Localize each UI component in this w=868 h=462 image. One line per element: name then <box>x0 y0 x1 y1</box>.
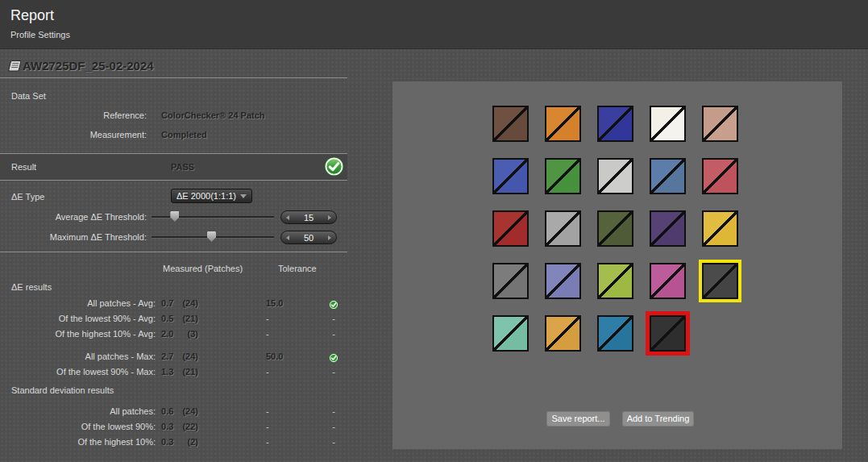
data-set-section-label: Data Set <box>11 91 46 101</box>
page-subtitle: Profile Settings <box>10 30 70 40</box>
color-patch[interactable] <box>597 158 633 194</box>
app-window: { "header": { "title": "Report", "subtit… <box>0 0 868 462</box>
pass-check-icon <box>326 298 341 313</box>
pass-check-icon <box>324 156 344 180</box>
row-status: - <box>326 367 341 377</box>
row-patch-count: (3) <box>176 329 198 339</box>
row-status: - <box>326 406 341 416</box>
slider-thumb[interactable] <box>207 231 216 242</box>
color-patch[interactable] <box>492 106 529 142</box>
color-patch[interactable] <box>597 263 633 299</box>
measurement-value: Completed <box>161 130 207 139</box>
table-section-label: Standard deviation results <box>11 385 114 395</box>
de-type-selected: ΔE 2000(1:1:1) <box>177 191 236 201</box>
pass-check-icon <box>326 352 341 366</box>
page-title: Report <box>10 7 54 24</box>
report-icon <box>6 60 21 76</box>
separator <box>0 252 347 252</box>
row-measured-value: 1.3 <box>161 367 173 377</box>
color-patch[interactable] <box>492 210 529 247</box>
color-patch[interactable] <box>492 263 529 299</box>
color-patch[interactable] <box>650 315 686 352</box>
row-tolerance: - <box>266 329 269 339</box>
color-patch[interactable] <box>650 158 686 194</box>
row-label: Of the highest 10%: <box>0 437 156 447</box>
color-patch[interactable] <box>597 210 633 247</box>
spin-left-icon[interactable] <box>286 215 289 220</box>
row-patch-count: (24) <box>176 352 198 361</box>
row-measured-value: 0.6 <box>161 406 173 416</box>
avg-threshold-label: Average ΔE Threshold: <box>0 212 147 222</box>
color-patch[interactable] <box>650 210 686 247</box>
spin-right-icon[interactable] <box>328 235 331 240</box>
color-patch[interactable] <box>650 106 686 142</box>
measurement-label: Measurement: <box>0 130 147 139</box>
color-patch[interactable] <box>650 263 686 299</box>
row-tolerance: - <box>266 367 269 377</box>
separator <box>0 180 347 181</box>
row-status: - <box>326 422 341 431</box>
row-measured-value: 2.0 <box>161 329 173 339</box>
color-patch[interactable] <box>702 210 738 247</box>
color-patch[interactable] <box>545 106 581 142</box>
color-patch[interactable] <box>702 106 738 142</box>
row-label: Of the lowest 90%: <box>0 422 156 431</box>
row-tolerance: - <box>266 422 269 431</box>
row-patch-count: (21) <box>176 367 198 377</box>
color-patch[interactable] <box>597 315 633 352</box>
row-label: Of the highest 10% - Avg: <box>0 329 156 339</box>
row-label: All patches: <box>0 406 156 416</box>
row-label: All patches - Avg: <box>0 298 156 308</box>
row-patch-count: (2) <box>176 437 198 447</box>
row-patch-count: (21) <box>176 314 198 323</box>
max-threshold-label: Maximum ΔE Threshold: <box>0 232 147 242</box>
row-label: Of the lowest 90% - Max: <box>0 367 156 377</box>
avg-threshold-spinner[interactable]: 15 <box>280 210 337 224</box>
patch-panel: Save report... Add to Trending <box>392 81 842 449</box>
color-patch[interactable] <box>545 315 581 352</box>
spin-right-icon[interactable] <box>328 215 331 220</box>
row-status: - <box>326 437 341 447</box>
table-section-label: ΔE results <box>11 282 52 292</box>
add-to-trending-button[interactable]: Add to Trending <box>622 411 694 427</box>
color-patch[interactable] <box>492 315 529 352</box>
row-tolerance: 15.0 <box>266 298 283 308</box>
column-header-measured: Measured (Patches) <box>163 264 243 273</box>
reference-value: ColorChecker® 24 Patch <box>161 110 265 120</box>
color-patch[interactable] <box>545 210 581 247</box>
color-patch[interactable] <box>545 158 581 194</box>
row-status: - <box>326 314 341 323</box>
color-patch[interactable] <box>702 263 738 299</box>
column-header-tolerance: Tolerance <box>278 264 317 273</box>
row-tolerance: - <box>266 437 269 447</box>
row-measured-value: 0.7 <box>161 298 173 308</box>
row-measured-value: 0.3 <box>161 437 173 447</box>
page-header: Report Profile Settings <box>0 0 868 49</box>
color-patch[interactable] <box>545 263 581 299</box>
row-tolerance: - <box>266 406 269 416</box>
avg-threshold-slider[interactable] <box>152 216 274 219</box>
de-type-dropdown[interactable]: ΔE 2000(1:1:1) <box>171 189 252 203</box>
profile-name: AW2725DF_25-02-2024 <box>23 59 154 73</box>
row-tolerance: 50.0 <box>266 352 283 361</box>
row-measured-value: 2.7 <box>161 352 173 361</box>
max-threshold-slider[interactable] <box>152 236 274 239</box>
result-value: PASS <box>171 162 194 172</box>
row-patch-count: (24) <box>176 298 198 308</box>
spin-left-icon[interactable] <box>286 235 289 240</box>
separator <box>0 77 347 78</box>
row-label: All patches - Max: <box>0 352 156 361</box>
max-threshold-value: 50 <box>304 233 314 243</box>
color-patch[interactable] <box>492 158 529 194</box>
avg-threshold-value: 15 <box>304 213 314 223</box>
save-report-button[interactable]: Save report... <box>546 411 610 427</box>
row-status: - <box>326 329 341 339</box>
result-label: Result <box>11 162 36 172</box>
de-type-label: ΔE Type <box>11 192 44 202</box>
slider-thumb[interactable] <box>170 211 179 222</box>
color-patch[interactable] <box>702 158 738 194</box>
color-patch[interactable] <box>597 106 633 142</box>
max-threshold-spinner[interactable]: 50 <box>280 231 337 244</box>
row-patch-count: (24) <box>176 406 198 416</box>
row-label: Of the lowest 90% - Avg: <box>0 314 156 323</box>
